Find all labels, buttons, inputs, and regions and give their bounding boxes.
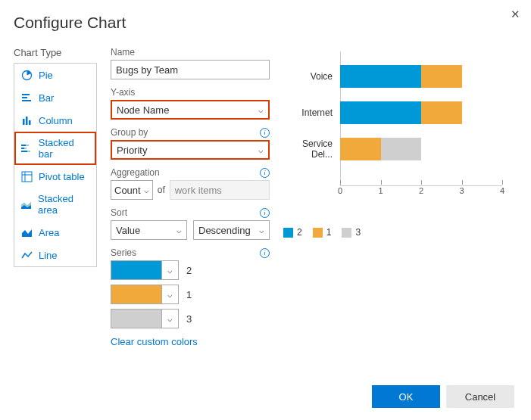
chart-bar-segment: [381, 138, 422, 160]
color-swatch: [111, 285, 161, 303]
series-color-select[interactable]: ⌵: [111, 260, 179, 280]
info-icon[interactable]: i: [260, 208, 270, 218]
series-color-select[interactable]: ⌵: [111, 285, 179, 304]
svg-rect-7: [21, 145, 26, 146]
name-input-value: Bugs by Team: [116, 64, 178, 76]
column-icon: [20, 114, 33, 126]
yaxis-value: Node Name: [117, 104, 169, 116]
chart-type-pivot-table[interactable]: Pivot table: [14, 165, 96, 188]
color-swatch: [111, 261, 161, 279]
bar-icon: [20, 92, 33, 104]
dialog-title: Configure Chart: [14, 14, 517, 32]
sort-field-value: Value: [116, 225, 140, 236]
chart-type-label-text: Area: [39, 227, 59, 238]
sort-dir-value: Descending: [198, 225, 251, 236]
chevron-down-icon: ⌵: [176, 226, 182, 235]
sort-field-select[interactable]: Value ⌵: [111, 220, 187, 240]
chart-bar-row: Voice: [340, 65, 502, 88]
chevron-down-icon: ⌵: [161, 261, 178, 279]
chart-type-label-text: Column: [39, 115, 73, 126]
stacked-area-icon: [20, 198, 32, 210]
series-item-label: 1: [186, 289, 192, 300]
legend-label: 1: [326, 227, 332, 238]
chevron-down-icon: ⌵: [161, 285, 178, 303]
area-icon: [20, 226, 33, 238]
chevron-down-icon: ⌵: [258, 145, 264, 155]
info-icon[interactable]: i: [260, 128, 270, 138]
clear-custom-colors-link[interactable]: Clear custom colors: [111, 336, 198, 347]
cancel-button[interactable]: Cancel: [446, 385, 514, 408]
chart-bar-segment: [340, 65, 421, 88]
aggregation-value: Count: [114, 185, 141, 196]
sort-label: Sort: [111, 207, 127, 218]
chart-bar-row: Service Del...: [340, 138, 502, 160]
chart-type-column[interactable]: Column: [14, 109, 96, 132]
info-icon[interactable]: i: [260, 248, 270, 258]
chart-bar-segment: [421, 65, 462, 88]
svg-rect-4: [23, 119, 25, 125]
chart-type-pie[interactable]: Pie: [14, 64, 96, 86]
groupby-label: Group by: [111, 127, 148, 138]
chevron-down-icon: ⌵: [258, 105, 264, 115]
series-item-label: 2: [186, 265, 192, 276]
chart-bar-segment: [421, 101, 462, 124]
aggregation-select[interactable]: Count ⌵: [111, 180, 153, 200]
info-icon[interactable]: i: [260, 168, 270, 178]
chart-category-label: Internet: [283, 107, 336, 118]
svg-rect-2: [22, 97, 27, 98]
chart-preview: VoiceInternetService Del... 01234: [283, 51, 517, 210]
legend-label: 3: [355, 227, 361, 238]
legend-swatch: [342, 228, 351, 238]
svg-rect-10: [24, 148, 27, 149]
axis-tick: 3: [459, 186, 464, 195]
series-item-label: 3: [186, 313, 192, 325]
svg-rect-9: [21, 148, 24, 149]
name-label: Name: [111, 47, 270, 58]
groupby-value: Priority: [117, 145, 147, 156]
chart-type-label: Chart Type: [14, 47, 97, 58]
sort-dir-select[interactable]: Descending ⌵: [193, 220, 270, 240]
chevron-down-icon: ⌵: [161, 310, 178, 328]
svg-rect-1: [22, 94, 30, 95]
svg-rect-6: [29, 120, 31, 125]
chart-type-stacked-bar[interactable]: Stacked bar: [14, 132, 96, 165]
svg-rect-13: [22, 172, 32, 182]
chart-type-area[interactable]: Area: [14, 221, 96, 244]
series-label: Series: [111, 247, 136, 258]
svg-rect-5: [26, 117, 28, 125]
chart-type-label-text: Pivot table: [39, 171, 85, 182]
chevron-down-icon: ⌵: [144, 185, 149, 195]
chart-type-stacked-area[interactable]: Stacked area: [14, 188, 96, 221]
chart-type-label-text: Pie: [39, 70, 53, 81]
series-color-select[interactable]: ⌵: [111, 309, 179, 328]
svg-rect-11: [21, 151, 27, 152]
ok-button[interactable]: OK: [372, 385, 440, 408]
svg-rect-8: [26, 145, 29, 146]
name-input[interactable]: Bugs by Team: [111, 60, 270, 79]
pivot-icon: [20, 170, 33, 182]
axis-tick: 1: [378, 186, 383, 195]
chart-type-label-text: Stacked bar: [39, 137, 90, 160]
chart-category-label: Service Del...: [283, 138, 336, 160]
legend-swatch: [313, 228, 323, 238]
legend-label: 2: [297, 227, 302, 238]
groupby-select[interactable]: Priority ⌵: [111, 140, 270, 160]
aggregation-unit: work items: [170, 180, 270, 200]
pie-icon: [20, 69, 33, 81]
aggregation-label: Aggregation: [111, 167, 160, 178]
chart-type-label-text: Bar: [39, 92, 54, 104]
chevron-down-icon: ⌵: [259, 226, 264, 235]
chart-type-bar[interactable]: Bar: [14, 86, 96, 109]
legend-item: 3: [342, 227, 361, 238]
chart-category-label: Voice: [283, 71, 336, 82]
legend-item: 1: [313, 227, 332, 238]
chart-type-label-text: Line: [39, 250, 58, 261]
chart-bar-row: Internet: [340, 101, 502, 124]
close-icon[interactable]: ✕: [511, 8, 520, 21]
chart-type-line[interactable]: Line: [14, 244, 96, 266]
chart-type-list: Pie Bar Column Stacked bar: [14, 63, 97, 267]
yaxis-select[interactable]: Node Name ⌵: [111, 100, 270, 120]
legend-swatch: [283, 228, 293, 238]
axis-tick: 4: [500, 186, 504, 195]
axis-tick: 0: [338, 186, 342, 195]
